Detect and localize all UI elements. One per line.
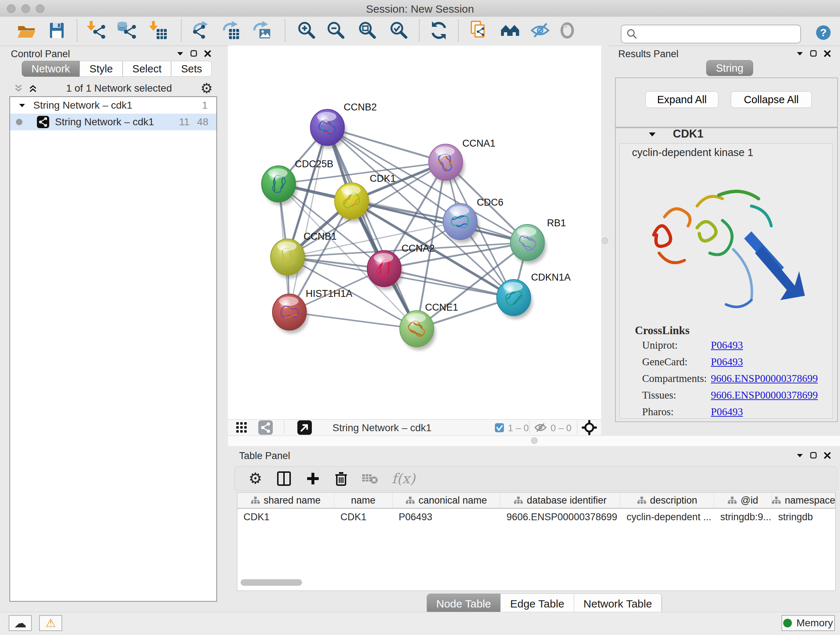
column-header-name[interactable]: name (334, 493, 393, 509)
export-network-button[interactable] (190, 19, 213, 42)
collapse-all-tree-icon[interactable] (14, 84, 23, 93)
float-icon[interactable] (810, 50, 817, 57)
node-CCNA1[interactable] (429, 144, 464, 184)
table-settings-gear-icon[interactable]: ⚙ (248, 471, 262, 486)
expand-all-button[interactable]: Expand All (645, 91, 718, 108)
zoom-fit-button[interactable] (356, 19, 379, 42)
edge-CCNA2-CDKN1A[interactable] (384, 269, 514, 298)
crosslink-value-link[interactable]: 9606.ENSP00000378699 (711, 372, 818, 385)
show-all-button[interactable] (556, 19, 579, 42)
gear-icon[interactable]: ⚙ (201, 81, 213, 95)
selected-checkbox-icon[interactable] (495, 423, 504, 432)
hidden-eye-slash-icon[interactable] (534, 423, 547, 432)
open-session-button[interactable] (15, 19, 38, 42)
edge-CCNB2-HIST1H1A[interactable] (289, 127, 327, 312)
node-CCNE1[interactable] (400, 310, 436, 350)
network-canvas[interactable]: CCNB2CCNA1CDC25BCDK1CDC6RB1CCNB1CCNA2CDK… (228, 46, 601, 419)
network-collection-row[interactable]: String Network – cdk1 1 (10, 97, 216, 114)
export-image-button[interactable] (250, 19, 273, 42)
node-HIST1H1A[interactable] (272, 294, 308, 333)
zoom-in-button[interactable] (295, 19, 318, 42)
close-icon[interactable] (204, 50, 211, 57)
column-header-namespace[interactable]: namespace (772, 493, 835, 509)
close-icon[interactable] (824, 452, 831, 459)
warnings-button[interactable]: ⚠ (39, 615, 62, 631)
collapse-icon[interactable] (796, 51, 804, 56)
save-session-button[interactable] (45, 19, 68, 42)
tab-string[interactable]: String (706, 60, 753, 76)
grid-view-icon[interactable] (236, 422, 247, 433)
table-cell[interactable]: stringdb (772, 509, 835, 524)
zoom-selected-button[interactable] (387, 19, 411, 42)
birdseye-view-icon[interactable] (297, 420, 312, 435)
float-icon[interactable] (190, 50, 197, 57)
splitter-grip[interactable] (531, 437, 538, 444)
node-CCNB2[interactable] (310, 109, 346, 149)
home-button[interactable] (499, 19, 522, 42)
delete-column-trash-icon[interactable] (334, 470, 348, 486)
horizontal-scrollbar-thumb[interactable] (240, 579, 302, 586)
tree-expand-icon[interactable] (19, 103, 25, 108)
tab-edge-table[interactable]: Edge Table (501, 594, 574, 614)
tab-node-table[interactable]: Node Table (427, 594, 501, 614)
node-CDKN1A[interactable] (497, 279, 532, 319)
clone-network-button[interactable] (467, 19, 491, 42)
column-header--id[interactable]: @id (714, 493, 772, 509)
node-CDC6[interactable] (443, 203, 479, 243)
tab-network-table[interactable]: Network Table (574, 594, 662, 614)
column-header-shared-name[interactable]: shared name (237, 493, 334, 509)
tab-select[interactable]: Select (123, 61, 172, 77)
collapse-icon[interactable] (796, 453, 804, 458)
section-collapse-icon[interactable] (648, 132, 656, 137)
help-button[interactable]: ? (816, 25, 831, 40)
table-cell[interactable]: P06493 (393, 509, 500, 524)
memory-button[interactable]: Memory (782, 615, 835, 631)
crosslink-value-link[interactable]: P06493 (711, 406, 743, 418)
node-table[interactable]: shared namenamecanonical namedatabase id… (237, 492, 836, 591)
table-cell[interactable]: CDK1 (334, 509, 393, 524)
splitter-grip[interactable] (602, 238, 608, 244)
import-table-button[interactable] (147, 19, 170, 42)
table-cell[interactable]: CDK1 (237, 509, 334, 524)
zoom-out-button[interactable] (325, 19, 347, 42)
table-cell[interactable]: 9606.ENSP00000378699 (500, 509, 621, 524)
search-field[interactable] (621, 25, 801, 43)
crosslink-value-link[interactable]: P06493 (711, 356, 743, 368)
node-CDK1[interactable] (335, 183, 370, 222)
collapse-icon[interactable] (177, 51, 184, 56)
function-builder-icon[interactable]: f(x) (392, 470, 415, 486)
vertical-splitter[interactable] (601, 46, 608, 436)
table-cell[interactable]: cyclin-dependent ... (621, 509, 714, 524)
node-RB1[interactable] (510, 225, 546, 264)
collapse-all-button[interactable]: Collapse All (731, 91, 812, 108)
export-table-button[interactable] (219, 19, 243, 42)
crosslink-value-link[interactable]: 9606.ENSP00000378699 (711, 389, 818, 401)
network-row-selected[interactable]: String Network – cdk1 11 48 (10, 114, 216, 130)
import-database-button[interactable] (115, 19, 138, 42)
add-column-icon[interactable] (306, 471, 320, 486)
show-columns-icon[interactable] (276, 470, 292, 486)
refresh-button[interactable] (427, 19, 450, 42)
node-CDC25B[interactable] (262, 166, 297, 205)
float-icon[interactable] (810, 452, 817, 459)
hide-selected-button[interactable] (529, 19, 552, 42)
table-cell[interactable]: stringdb:9... (714, 509, 772, 524)
network-thumbnail-icon[interactable] (258, 420, 273, 435)
column-header-database-identifier[interactable]: database identifier (500, 493, 621, 509)
crosslink-value-link[interactable]: P06493 (711, 339, 743, 351)
tab-style[interactable]: Style (80, 61, 122, 77)
close-icon[interactable] (824, 50, 831, 57)
search-input[interactable] (638, 28, 795, 40)
expand-all-tree-icon[interactable] (28, 84, 38, 93)
crosshair-icon[interactable] (582, 420, 597, 435)
tab-network[interactable]: Network (22, 61, 80, 77)
network-graph[interactable]: CCNB2CCNA1CDC25BCDK1CDC6RB1CCNB1CCNA2CDK… (228, 46, 601, 419)
horizontal-splitter[interactable] (228, 436, 840, 446)
column-header-description[interactable]: description (621, 493, 714, 509)
column-header-canonical-name[interactable]: canonical name (393, 493, 500, 509)
delete-table-icon[interactable] (362, 473, 378, 485)
tab-sets[interactable]: Sets (171, 61, 212, 77)
node-CCNA2[interactable] (367, 250, 403, 290)
cloud-button[interactable]: ☁ (9, 615, 32, 631)
import-network-button[interactable] (84, 19, 107, 42)
